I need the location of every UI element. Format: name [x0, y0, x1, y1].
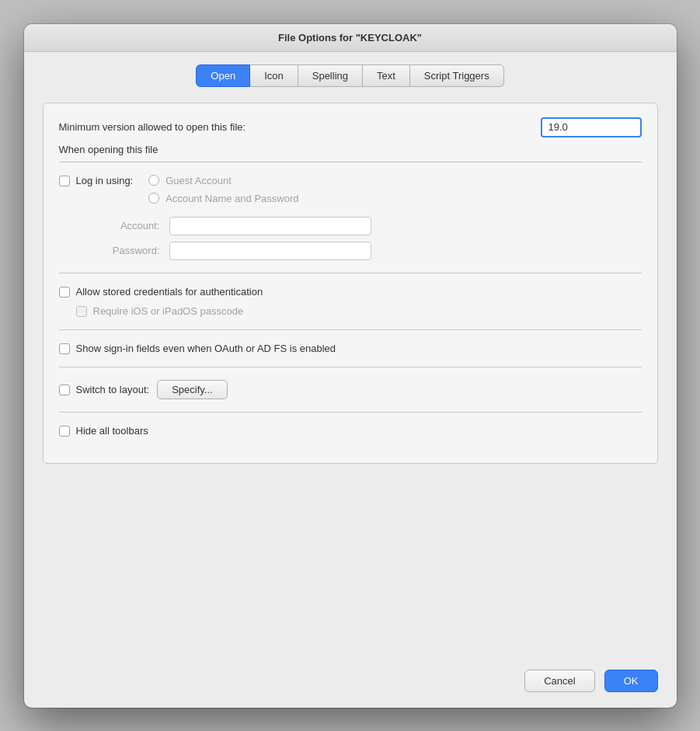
show-signin-checkbox[interactable] [59, 343, 70, 354]
require-ios-label: Require iOS or iPadOS passcode [93, 305, 244, 317]
tab-icon[interactable]: Icon [250, 64, 298, 87]
divider-2 [59, 329, 642, 330]
password-label: Password: [59, 245, 160, 256]
login-checkbox[interactable] [59, 176, 70, 186]
account-name-password-label: Account Name and Password [165, 193, 298, 204]
file-options-dialog: File Options for "KEYCLOAK" Open Icon Sp… [24, 24, 677, 708]
min-version-label: Minimum version allowed to open this fil… [59, 121, 541, 133]
login-left: Log in using: [59, 175, 134, 204]
hide-toolbars-label: Hide all toolbars [76, 425, 148, 437]
allow-stored-checkbox[interactable] [59, 287, 70, 298]
allow-stored-label: Allow stored credentials for authenticat… [76, 286, 263, 298]
title-bar: File Options for "KEYCLOAK" [24, 24, 677, 52]
show-signin-row: Show sign-in fields even when OAuth or A… [59, 343, 642, 354]
cancel-button[interactable]: Cancel [524, 670, 594, 692]
min-version-input[interactable] [541, 117, 642, 137]
hide-toolbars-checkbox[interactable] [59, 426, 70, 437]
login-section: Log in using: Guest Account Account Name… [59, 175, 642, 204]
button-row: Cancel OK [24, 657, 677, 708]
switch-to-layout-row: Switch to layout: Specify... [59, 380, 642, 399]
open-tab-content: Minimum version allowed to open this fil… [43, 103, 658, 464]
hide-toolbars-row: Hide all toolbars [59, 425, 642, 437]
guest-account-option: Guest Account [148, 175, 298, 186]
specify-button[interactable]: Specify... [157, 380, 228, 399]
divider-4 [59, 412, 642, 412]
guest-account-radio[interactable] [148, 175, 159, 186]
show-signin-label: Show sign-in fields even when OAuth or A… [76, 343, 336, 354]
when-opening-label: When opening this file [59, 144, 642, 162]
tab-script-triggers[interactable]: Script Triggers [410, 64, 504, 87]
password-field-row: Password: [59, 242, 642, 260]
divider-3 [59, 367, 642, 367]
tab-text[interactable]: Text [363, 64, 410, 87]
tab-open[interactable]: Open [196, 64, 250, 87]
account-name-password-option: Account Name and Password [148, 193, 298, 204]
tabs-container: Open Icon Spelling Text Script Triggers [43, 64, 658, 87]
dialog-title: File Options for "KEYCLOAK" [278, 32, 422, 44]
dialog-content: Open Icon Spelling Text Script Triggers … [24, 52, 677, 657]
login-label: Log in using: [76, 175, 134, 186]
divider-1 [59, 273, 642, 273]
allow-stored-row: Allow stored credentials for authenticat… [59, 286, 642, 298]
switch-to-layout-label: Switch to layout: [76, 384, 150, 395]
account-input[interactable] [169, 217, 371, 235]
ok-button[interactable]: OK [604, 670, 658, 692]
require-ios-row: Require iOS or iPadOS passcode [76, 305, 642, 317]
require-ios-checkbox-disabled [76, 306, 87, 317]
password-input[interactable] [169, 242, 371, 260]
account-name-password-radio[interactable] [148, 193, 159, 204]
guest-account-label: Guest Account [165, 175, 232, 186]
min-version-row: Minimum version allowed to open this fil… [59, 117, 642, 137]
switch-to-layout-checkbox[interactable] [59, 385, 70, 395]
account-label: Account: [59, 220, 160, 231]
login-radio-options: Guest Account Account Name and Password [148, 175, 298, 204]
account-field-row: Account: [59, 217, 642, 235]
tab-spelling[interactable]: Spelling [298, 64, 363, 87]
